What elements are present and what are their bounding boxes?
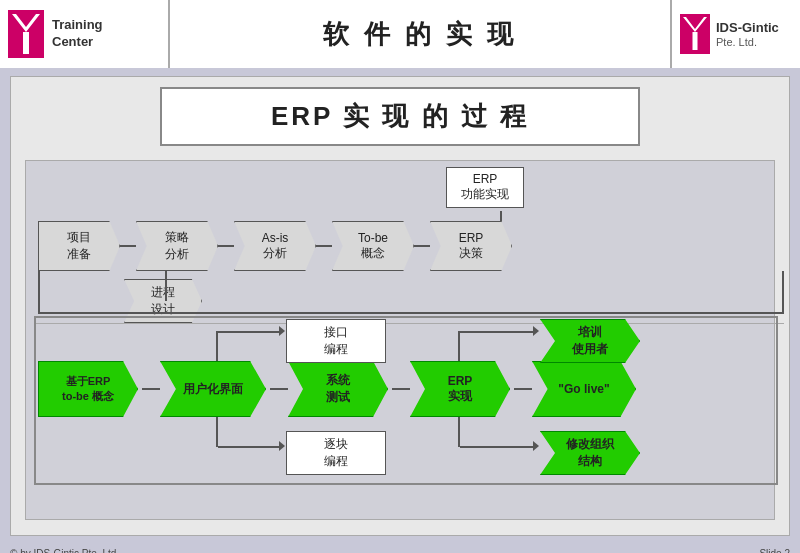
erp-func-box: ERP功能实现 <box>446 167 524 208</box>
arr-zhukuai <box>279 441 285 451</box>
bracket-top <box>34 316 778 318</box>
header: Training Center 软 件 的 实 现 IDS-Gintic Pte… <box>0 0 800 68</box>
v-down-jincz2 <box>165 283 167 301</box>
arr-xiugai <box>533 441 539 451</box>
v-left-loop <box>38 271 40 314</box>
h-bottom-top <box>38 312 784 314</box>
green-xiugai: 修改组织结构 <box>540 431 640 475</box>
green-start: 基于ERPto-be 概念 <box>38 361 138 417</box>
bracket-right <box>776 316 778 484</box>
rect-jiekou: 接口编程 <box>286 319 386 363</box>
h-zhukuai <box>218 446 282 448</box>
slide-number: Slide 2 <box>759 548 790 554</box>
arr-peixun <box>533 326 539 336</box>
conn-green-1 <box>142 388 160 390</box>
connector-4 <box>414 245 430 247</box>
conn-green-3 <box>392 388 410 390</box>
v-down-xiugai <box>458 417 460 447</box>
connector-3 <box>316 245 332 247</box>
v-down-zhukuai <box>216 417 218 447</box>
logo-right: IDS-Gintic Pte. Ltd. <box>670 0 800 68</box>
v-down-jincz <box>165 271 167 283</box>
step-5: ERP决策 <box>430 221 512 271</box>
green-erp-impl: ERP实现 <box>410 361 510 417</box>
footer: © by IDS-Gintic Pte. Ltd. Slide 2 <box>0 544 800 553</box>
step-4: To-be概念 <box>332 221 414 271</box>
green-golive: "Go live" <box>532 361 636 417</box>
green-userface: 用户化界面 <box>160 361 266 417</box>
top-row: 项目准备 策略分析 As-is分析 To-be概念 ER <box>38 221 512 271</box>
logo-right-text: IDS-Gintic Pte. Ltd. <box>716 20 779 49</box>
logo-left-text: Training Center <box>52 17 103 51</box>
bracket-left <box>34 316 36 484</box>
logo-left-icon <box>8 10 44 58</box>
h-jiekou <box>218 331 282 333</box>
separator <box>36 323 784 324</box>
main-title: ERP 实 现 的 过 程 <box>160 87 640 146</box>
v-up-jiekou <box>216 331 218 361</box>
v-up-peixun <box>458 331 460 361</box>
v-right-loop <box>782 271 784 313</box>
rect-zhukuai: 逐块编程 <box>286 431 386 475</box>
logo-right-icon <box>680 14 710 54</box>
svg-rect-2 <box>23 32 29 54</box>
green-peixun: 培训使用者 <box>540 319 640 363</box>
connector-2 <box>218 245 234 247</box>
conn-green-2 <box>270 388 288 390</box>
step-3: As-is分析 <box>234 221 316 271</box>
svg-rect-5 <box>693 32 698 50</box>
step-1: 项目准备 <box>38 221 120 271</box>
connector-1 <box>120 245 136 247</box>
h-peixun <box>460 331 536 333</box>
diagram: ERP功能实现 项目准备 策略分析 As-is分析 <box>25 160 775 520</box>
main-content: ERP 实 现 的 过 程 ERP功能实现 项目准备 策略分析 As-is分 <box>10 76 790 536</box>
logo-left: Training Center <box>0 0 170 68</box>
conn-green-4 <box>514 388 532 390</box>
arr-jiekou <box>279 326 285 336</box>
green-test: 系统测试 <box>288 361 388 417</box>
copyright: © by IDS-Gintic Pte. Ltd. <box>10 548 119 554</box>
h-xiugai <box>460 446 536 448</box>
header-title: 软 件 的 实 现 <box>170 0 670 68</box>
step-2: 策略分析 <box>136 221 218 271</box>
bracket-bottom <box>34 483 778 485</box>
